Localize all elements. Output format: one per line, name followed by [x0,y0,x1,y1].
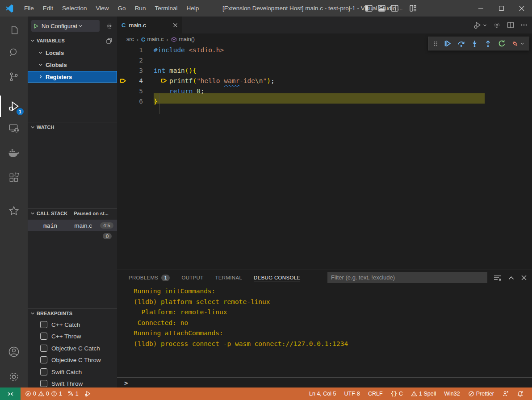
toggle-secondary-sidebar-icon[interactable] [391,5,398,12]
tasks-status[interactable]: 1 [65,388,81,400]
breakpoint-item[interactable]: Objective C Catch [28,342,117,354]
spell-checker-status[interactable]: 1 Spell [407,388,440,400]
breadcrumb-separator-icon: › [166,36,168,43]
run-and-debug-icon[interactable]: 1 [7,99,21,113]
extensions-icon[interactable] [7,171,21,185]
chevron-down-icon [78,24,83,28]
accounts-icon[interactable] [7,345,21,359]
menu-run[interactable]: Run [130,0,151,17]
menu-file[interactable]: File [20,0,38,17]
checkbox[interactable] [40,368,47,375]
toolbar-drag-grip[interactable] [433,40,438,47]
eol-sequence[interactable]: CRLF [364,388,387,400]
window-close-button[interactable] [511,0,532,17]
explorer-icon[interactable] [7,23,21,38]
search-icon[interactable] [7,46,21,60]
menu-view[interactable]: View [92,0,113,17]
menu-selection[interactable]: Selection [58,0,92,17]
vscode-logo-icon [4,4,14,13]
variables-scope-registers[interactable]: Registers [28,71,117,83]
editor-tab-bar: C main.c [117,17,532,33]
launch-gear-icon[interactable] [106,22,113,30]
titlebar-separator [404,5,404,12]
tab-problems[interactable]: PROBLEMS1 [129,275,170,281]
breadcrumb-symbol[interactable]: main() [179,36,195,42]
tab-main-c[interactable]: C main.c [117,17,182,33]
customize-layout-icon[interactable] [410,5,417,12]
cursor-position[interactable]: Ln 4, Col 5 [305,388,340,400]
debug-step-into-button[interactable] [470,39,479,48]
launch-configuration-dropdown[interactable]: No Configurat [31,20,100,32]
toggle-sidebar-icon[interactable] [365,5,373,12]
maximize-panel-icon[interactable] [508,276,514,280]
docker-icon[interactable] [7,146,21,160]
notifications-bell-icon[interactable] [513,388,528,400]
checkbox[interactable] [40,380,47,387]
split-editor-icon[interactable] [507,21,514,29]
code-area[interactable]: 1 2 3 4 5 6 #include <stdio.h> int main(… [117,45,532,270]
active-view-indicator [0,96,1,117]
code-line: int main(){ [154,66,197,76]
checkbox[interactable] [40,345,47,352]
tab-output[interactable]: OUTPUT [181,275,203,280]
copy-value-icon[interactable] [106,38,113,44]
remote-explorer-icon[interactable] [7,121,21,136]
breakpoints-section-header[interactable]: BREAKPOINTS [28,308,117,318]
run-or-debug-button[interactable] [473,21,487,29]
debug-console-input[interactable]: > [117,377,532,388]
breakpoint-item[interactable]: Objective C Throw [28,354,117,366]
tab-debug-console[interactable]: DEBUG CONSOLE [254,275,300,282]
variables-scope-globals[interactable]: Globals [28,59,117,71]
variables-scope-locals[interactable]: Locals [28,47,117,58]
formatter-status[interactable]: Prettier [464,388,498,400]
window-maximize-button[interactable] [491,0,511,17]
chevron-down-icon [30,38,35,43]
encoding[interactable]: UTF-8 [340,388,364,400]
source-control-icon[interactable] [7,70,21,84]
debug-disconnect-button[interactable] [511,39,524,48]
breakpoint-item[interactable]: C++ Throw [28,330,117,342]
variables-section-header[interactable]: VARIABLES [28,36,117,46]
language-mode[interactable]: {} C [387,388,407,400]
debug-status-icon[interactable] [81,388,94,400]
checkbox[interactable] [40,333,47,340]
tab-close-icon[interactable] [173,23,178,28]
window-minimize-button[interactable] [470,0,491,17]
breadcrumb-file[interactable]: main.c [147,36,163,42]
editor-settings-gear-icon[interactable] [493,21,501,29]
checkbox[interactable] [40,321,47,328]
toggle-panel-icon[interactable] [378,5,385,12]
breakpoint-item[interactable]: C++ Catch [28,319,117,330]
tab-terminal[interactable]: TERMINAL [215,275,243,280]
debug-step-over-button[interactable] [457,39,465,48]
menu-help[interactable]: Help [182,0,203,17]
clear-console-icon[interactable] [494,275,501,281]
menu-terminal[interactable]: Terminal [150,0,182,17]
more-actions-icon[interactable] [520,21,528,29]
menu-edit[interactable]: Edit [38,0,58,17]
platform-target[interactable]: Win32 [440,388,464,400]
bottom-panel: PROBLEMS1 OUTPUT TERMINAL DEBUG CONSOLE … [117,270,532,388]
close-panel-icon[interactable] [521,275,527,280]
debug-console-output[interactable]: Running initCommands: (lldb) platform se… [134,286,527,349]
debug-continue-button[interactable] [443,39,452,48]
problems-status[interactable]: 0 0 1 [22,388,65,400]
breakpoint-item[interactable]: Swift Catch [28,366,117,378]
watch-section-header[interactable]: WATCH [28,122,117,132]
remote-indicator[interactable] [0,388,21,400]
console-filter-input[interactable] [327,272,487,283]
chevron-down-icon [483,23,487,27]
settings-gear-icon[interactable] [7,370,21,384]
feedback-person-icon[interactable] [498,388,513,400]
callstack-section-header[interactable]: CALL STACK Paused on st... [28,208,117,218]
chevron-right-icon [38,75,43,79]
chevron-down-icon [30,211,35,216]
checkbox[interactable] [40,356,47,363]
stack-frame-row[interactable]: main main.c 4:5 [28,220,117,231]
debug-restart-button[interactable] [498,39,506,48]
breadcrumb-folder[interactable]: src [126,36,134,42]
console-line: (lldb) process connect -p wasm connect:/… [134,339,527,350]
debug-step-out-button[interactable] [484,39,492,48]
star-icon[interactable] [7,204,21,218]
menu-go[interactable]: Go [113,0,130,17]
